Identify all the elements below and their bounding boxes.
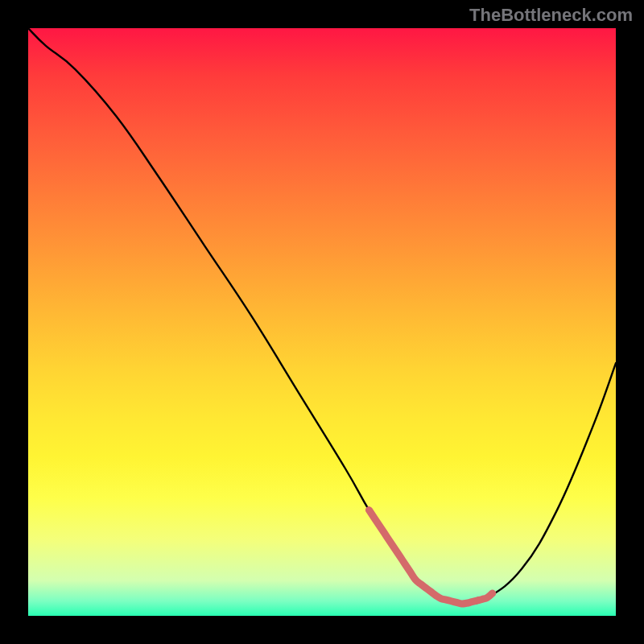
bottleneck-curve <box>28 28 616 604</box>
chart-container: TheBottleneck.com <box>0 0 644 644</box>
optimal-range-highlight <box>369 510 492 604</box>
curve-svg <box>28 28 616 616</box>
watermark-text: TheBottleneck.com <box>469 5 633 26</box>
plot-area <box>28 28 616 616</box>
